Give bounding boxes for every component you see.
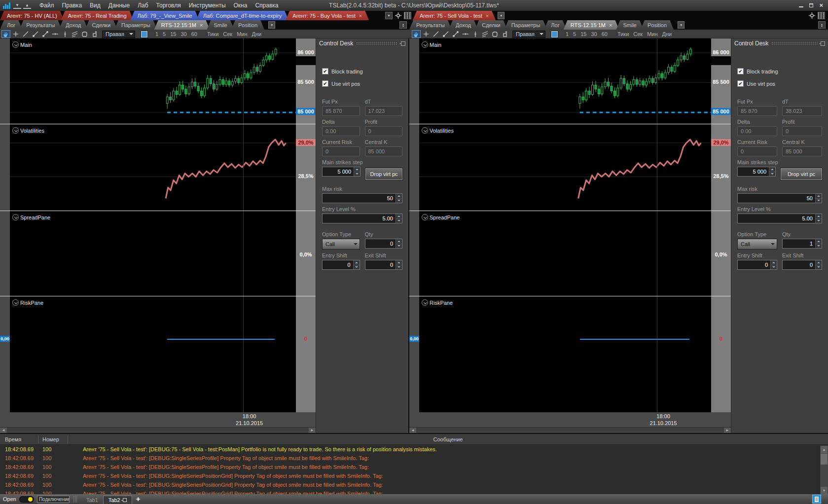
menu-item-5[interactable]: Торговля — [153, 1, 184, 10]
spin-up-icon[interactable] — [396, 239, 402, 244]
channel-lines-icon[interactable] — [71, 30, 79, 38]
close-button[interactable]: × — [819, 3, 823, 8]
filter-icon[interactable]: ▼ — [385, 12, 393, 19]
checkbox-Block trading[interactable]: ✔Block trading — [737, 68, 822, 74]
doc-tab-right-RTS-12.15:1M[interactable]: RTS-12.15:1M× — [564, 20, 619, 30]
checkbox-icon[interactable]: ✔ — [322, 80, 328, 87]
unit-Сек[interactable]: Сек — [223, 31, 232, 37]
spread-plot[interactable]: SpreadPane — [10, 211, 296, 296]
entry-shift-input[interactable]: 0 — [322, 260, 360, 270]
exit-shift-input[interactable]: 0 — [782, 260, 822, 270]
close-tab-icon[interactable]: × — [359, 13, 362, 19]
checkbox-Use virt pos[interactable]: ✔Use virt pos — [322, 80, 402, 87]
status-tab-Tab1[interactable]: Tab1 — [81, 496, 103, 504]
spin-down-icon[interactable] — [769, 172, 775, 177]
doc-tab-right-Параметры[interactable]: Параметры — [504, 20, 547, 30]
pane-header-Volatilities[interactable]: Volatilities — [12, 127, 44, 134]
ray-line-icon[interactable] — [441, 30, 450, 38]
spread-axis[interactable]: 0,0% — [711, 211, 731, 296]
menu-item-0[interactable]: Файл — [36, 1, 58, 10]
agent-tab-left-2[interactable]: Лаб: 79_-_View_Smile — [131, 11, 199, 20]
spin-down-icon[interactable] — [396, 219, 402, 223]
scroll-right-icon[interactable]: ► — [309, 428, 316, 433]
agent-tab-right-0[interactable]: Агент: 75 - Sell Vola - test× — [413, 11, 496, 20]
spin-up-icon[interactable] — [816, 260, 822, 265]
menu-item-7[interactable]: Окна — [230, 1, 251, 10]
collapse-icon[interactable] — [422, 299, 428, 306]
horizontal-line-icon[interactable] — [51, 30, 60, 38]
menu-item-4[interactable]: Лаб — [134, 1, 151, 10]
max-risk-input[interactable]: 50 — [322, 193, 402, 203]
scroll-right-icon[interactable]: ► — [724, 428, 731, 433]
channel-lines-icon[interactable] — [481, 30, 490, 38]
log-col-num[interactable]: Номер — [38, 435, 68, 443]
timeframe-1[interactable]: 1 — [566, 31, 569, 37]
doc-tab-left-Лог[interactable]: Лог — [0, 20, 22, 30]
pin-icon[interactable] — [821, 41, 825, 46]
risk-axis[interactable]: 0 — [711, 296, 731, 412]
scroll-left-icon[interactable]: ◄ — [0, 428, 7, 433]
export-icon[interactable]: ▲ — [23, 2, 31, 9]
menu-item-6[interactable]: Инструменты — [185, 1, 229, 10]
pin-icon[interactable] — [123, 498, 127, 502]
close-tab-icon[interactable]: × — [486, 13, 489, 19]
spin-down-icon[interactable] — [396, 199, 402, 203]
spin-up-icon[interactable] — [771, 260, 777, 265]
main-strikes-step-input[interactable]: 5 000 — [322, 167, 360, 177]
delete-drawing-icon[interactable] — [90, 30, 99, 38]
timeframe-1[interactable]: 1 — [155, 31, 158, 37]
more-tabs-icon[interactable]: ▼ — [678, 21, 684, 29]
scroll-up-icon[interactable]: ▲ — [821, 446, 828, 453]
spin-down-icon[interactable] — [354, 172, 360, 177]
checkbox-icon[interactable]: ✔ — [322, 68, 328, 74]
risk-plot[interactable]: RiskPane — [419, 296, 711, 412]
option-type-select[interactable]: Call — [737, 239, 777, 250]
pin-icon[interactable] — [401, 41, 405, 46]
doc-tab-left-Сделки[interactable]: Сделки — [85, 20, 118, 30]
checkbox-Use virt pos[interactable]: ✔Use virt pos — [737, 80, 822, 87]
timeframe-15[interactable]: 15 — [170, 31, 176, 37]
log-row[interactable]: 18:42:08.69 100 Агент '75 - Sell Vola - … — [0, 463, 828, 471]
spin-up-icon[interactable] — [816, 239, 822, 244]
collapse-icon[interactable] — [12, 41, 19, 48]
unit-Дни[interactable]: Дни — [662, 31, 672, 37]
vertical-line-icon[interactable] — [61, 30, 70, 38]
unit-Дни[interactable]: Дни — [252, 31, 262, 37]
collapse-icon[interactable] — [12, 127, 19, 134]
import-icon[interactable]: ▼ — [13, 2, 21, 9]
drop-virt-pos-button[interactable]: Drop virt pc — [781, 168, 822, 180]
scroll-left-icon[interactable]: ◄ — [409, 428, 416, 433]
spin-up-icon[interactable] — [769, 167, 775, 172]
unit-Тики[interactable]: Тики — [617, 31, 629, 37]
doc-tab-right-Результаты[interactable]: Результаты — [409, 20, 452, 30]
unit-Тики[interactable]: Тики — [207, 31, 218, 37]
option-type-select[interactable]: Call — [322, 239, 360, 250]
timeframe-60[interactable]: 60 — [602, 31, 608, 37]
log-row[interactable]: 18:42:08.69 100 Агент '75 - Sell Vola - … — [0, 454, 828, 463]
vol-axis[interactable]: 29,0% 28,5% — [711, 124, 731, 211]
spin-up-icon[interactable] — [396, 214, 402, 219]
menu-item-3[interactable]: Данные — [105, 1, 133, 10]
unit-Мин[interactable]: Мин — [237, 31, 247, 37]
menu-item-8[interactable]: Справка — [252, 1, 282, 10]
swap-panes-icon[interactable]: ▲▼ — [818, 21, 826, 29]
close-tab-icon[interactable]: × — [609, 22, 612, 28]
doc-tab-right-Лог[interactable]: Лог — [544, 20, 566, 30]
spin-up-icon[interactable] — [816, 214, 822, 219]
segment-line-icon[interactable] — [41, 30, 50, 38]
checkbox-Block trading[interactable]: ✔Block trading — [322, 68, 402, 74]
columns-icon[interactable] — [818, 12, 825, 19]
connection-toggle[interactable] — [19, 496, 34, 503]
log-col-time[interactable]: Время — [0, 435, 38, 443]
columns-icon[interactable] — [404, 12, 411, 19]
checkbox-icon[interactable]: ✔ — [737, 68, 744, 74]
trend-line-icon[interactable] — [21, 30, 30, 38]
panel-drag-strip[interactable] — [771, 42, 818, 45]
hand-tool-icon[interactable] — [412, 30, 421, 38]
connection-status-field[interactable]: Подключение — [37, 496, 70, 503]
log-document-icon[interactable] — [812, 495, 821, 504]
agent-tab-left-4[interactable]: Агент: 75 - Buy Vola - test× — [286, 11, 369, 20]
log-row[interactable]: 18:42:08.69 100 Агент '75 - Sell Vola - … — [0, 480, 828, 489]
spread-plot[interactable]: SpreadPane — [419, 211, 711, 296]
vol-axis[interactable]: 29,0% 28,5% — [296, 124, 316, 211]
